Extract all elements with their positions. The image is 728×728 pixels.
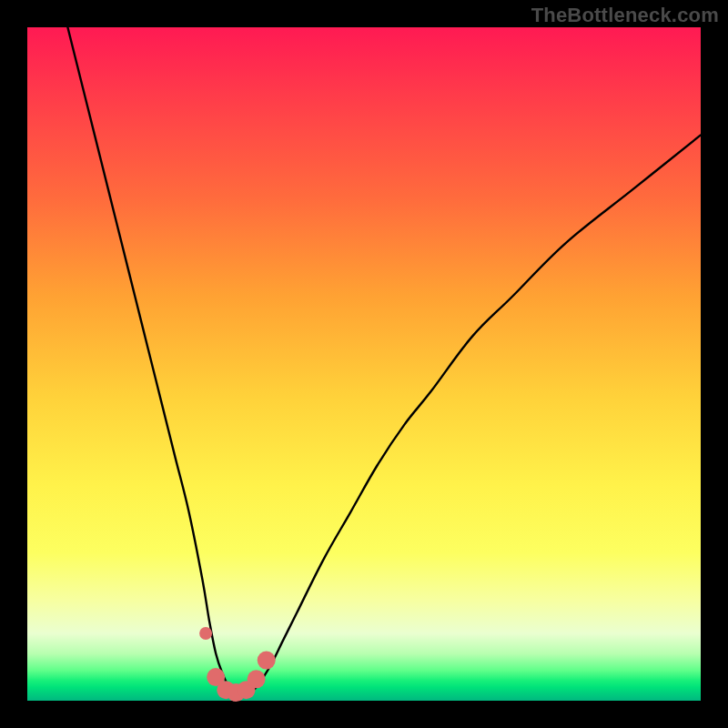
chart-svg	[27, 27, 701, 701]
marker-dot	[258, 652, 276, 670]
marker-dot	[248, 670, 266, 688]
watermark-text: TheBottleneck.com	[531, 4, 719, 27]
marker-dot	[199, 627, 212, 640]
optimal-range-markers	[199, 627, 276, 702]
bottleneck-curve	[67, 27, 701, 694]
chart-plot-area	[27, 27, 701, 701]
chart-frame: TheBottleneck.com	[0, 0, 728, 728]
